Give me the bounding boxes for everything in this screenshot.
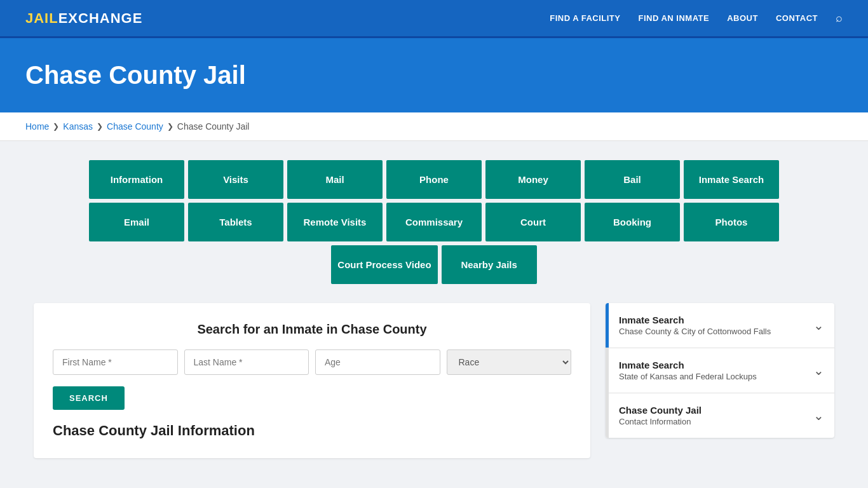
right-panel: Inmate Search Chase County & City of Cot… — [606, 303, 834, 438]
sidebar-text-kansas: Inmate Search State of Kansas and Federa… — [619, 360, 757, 381]
btn-booking[interactable]: Booking — [585, 203, 680, 241]
logo-jail: JAIL — [25, 10, 58, 26]
breadcrumb-sep-2: ❯ — [97, 122, 103, 131]
sidebar-item-inner-kansas[interactable]: Inmate Search State of Kansas and Federa… — [609, 348, 834, 393]
nav-about[interactable]: ABOUT — [727, 13, 758, 23]
race-select[interactable]: Race White Black Hispanic Asian Other — [447, 349, 572, 375]
sidebar-item-inner-chase[interactable]: Inmate Search Chase County & City of Cot… — [609, 303, 834, 348]
sidebar-card: Inmate Search Chase County & City of Cot… — [606, 303, 834, 438]
chevron-icon-contact: ⌄ — [813, 408, 824, 423]
sidebar-sub-kansas: State of Kansas and Federal Lockups — [619, 372, 757, 381]
btn-bail[interactable]: Bail — [585, 160, 680, 199]
site-logo[interactable]: JAILEXCHANGE — [25, 10, 142, 27]
hero-section: Chase County Jail — [0, 38, 868, 112]
sidebar-sub-contact: Contact Information — [619, 417, 702, 426]
last-name-input[interactable] — [184, 349, 309, 375]
btn-court-process-video[interactable]: Court Process Video — [331, 245, 437, 284]
breadcrumb-sep-1: ❯ — [53, 122, 59, 131]
button-row-1: Information Visits Mail Phone Money Bail… — [89, 160, 779, 199]
main-content: Information Visits Mail Phone Money Bail… — [21, 141, 847, 477]
age-input[interactable] — [315, 349, 440, 375]
sidebar-item-inner-contact[interactable]: Chase County Jail Contact Information ⌄ — [609, 393, 834, 438]
nav-find-inmate[interactable]: FIND AN INMATE — [638, 13, 709, 23]
sidebar-label-kansas: Inmate Search — [619, 360, 757, 370]
page-title: Chase County Jail — [25, 61, 843, 90]
nav-find-facility[interactable]: FIND A FACILITY — [550, 13, 620, 23]
search-icon[interactable]: ⌕ — [836, 11, 843, 25]
chevron-icon-chase: ⌄ — [813, 318, 824, 333]
btn-commissary[interactable]: Commissary — [386, 203, 482, 241]
btn-remote-visits[interactable]: Remote Visits — [287, 203, 383, 241]
sidebar-item-contact[interactable]: Chase County Jail Contact Information ⌄ — [606, 393, 834, 438]
btn-nearby-jails[interactable]: Nearby Jails — [442, 245, 537, 284]
sidebar-item-kansas[interactable]: Inmate Search State of Kansas and Federa… — [606, 348, 834, 393]
nav-links: FIND A FACILITY FIND AN INMATE ABOUT CON… — [550, 11, 843, 25]
navigation-buttons: Information Visits Mail Phone Money Bail… — [34, 160, 834, 284]
breadcrumb-home[interactable]: Home — [25, 121, 49, 132]
btn-information[interactable]: Information — [89, 160, 184, 199]
btn-email[interactable]: Email — [89, 203, 184, 241]
btn-inmate-search[interactable]: Inmate Search — [684, 160, 779, 199]
breadcrumb-current: Chase County Jail — [177, 121, 250, 132]
left-panel: Search for an Inmate in Chase County Rac… — [34, 303, 590, 458]
btn-phone[interactable]: Phone — [386, 160, 482, 199]
button-row-2: Email Tablets Remote Visits Commissary C… — [89, 203, 779, 241]
sidebar-sub-chase: Chase County & City of Cottonwood Falls — [619, 327, 771, 336]
chevron-icon-kansas: ⌄ — [813, 363, 824, 378]
sidebar-text-chase: Inmate Search Chase County & City of Cot… — [619, 315, 771, 336]
breadcrumb-bar: Home ❯ Kansas ❯ Chase County ❯ Chase Cou… — [0, 112, 868, 141]
nav-contact[interactable]: CONTACT — [776, 13, 818, 23]
content-area: Search for an Inmate in Chase County Rac… — [34, 303, 834, 458]
breadcrumb-chase-county[interactable]: Chase County — [107, 121, 163, 132]
btn-court[interactable]: Court — [485, 203, 581, 241]
btn-mail[interactable]: Mail — [287, 160, 383, 199]
button-row-3: Court Process Video Nearby Jails — [331, 245, 536, 284]
search-button[interactable]: SEARCH — [53, 386, 125, 410]
breadcrumb-sep-3: ❯ — [167, 122, 173, 131]
sidebar-text-contact: Chase County Jail Contact Information — [619, 405, 702, 426]
section-title: Chase County Jail Information — [53, 423, 571, 439]
first-name-input[interactable] — [53, 349, 178, 375]
logo-exchange: EXCHANGE — [58, 10, 143, 26]
btn-photos[interactable]: Photos — [684, 203, 779, 241]
btn-money[interactable]: Money — [485, 160, 581, 199]
sidebar-label-chase: Inmate Search — [619, 315, 771, 325]
sidebar-label-contact: Chase County Jail — [619, 405, 702, 416]
sidebar-item-chase[interactable]: Inmate Search Chase County & City of Cot… — [606, 303, 834, 348]
breadcrumb-kansas[interactable]: Kansas — [63, 121, 93, 132]
btn-tablets[interactable]: Tablets — [188, 203, 283, 241]
breadcrumb: Home ❯ Kansas ❯ Chase County ❯ Chase Cou… — [25, 121, 843, 132]
search-title: Search for an Inmate in Chase County — [53, 322, 571, 337]
search-form: Race White Black Hispanic Asian Other — [53, 349, 571, 375]
btn-visits[interactable]: Visits — [188, 160, 283, 199]
